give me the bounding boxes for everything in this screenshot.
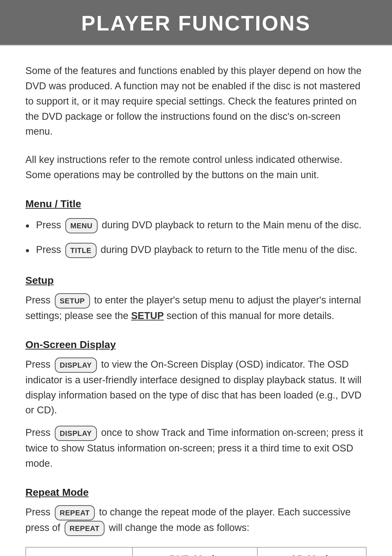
menu-bullet-2-text: Press TITLE during DVD playback to retur… <box>36 242 357 258</box>
menu-bullet-1-prefix: Press <box>36 220 61 230</box>
display-button-2: DISPLAY <box>55 426 97 441</box>
menu-bullet-2-suffix: during DVD playback to return to the Tit… <box>101 244 357 255</box>
menu-bullet-1: • Press MENU during DVD playback to retu… <box>25 216 367 235</box>
section-title-repeat: Repeat Mode <box>25 487 367 498</box>
table-col-empty <box>26 547 132 556</box>
setup-button: SETUP <box>55 293 90 308</box>
page-title: PLAYER FUNCTIONS <box>22 11 370 35</box>
table-header-row: DVD Mode CD Mode <box>26 547 366 556</box>
page-header: PLAYER FUNCTIONS <box>0 0 392 44</box>
menu-bullet-list: • Press MENU during DVD playback to retu… <box>25 216 367 259</box>
menu-bullet-1-text: Press MENU during DVD playback to return… <box>36 218 362 233</box>
menu-button: MENU <box>65 218 98 233</box>
repeat-paragraph: Press REPEAT to change the repeat mode o… <box>25 505 367 536</box>
repeat-button-2: REPEAT <box>65 521 105 536</box>
display-button-1: DISPLAY <box>55 357 97 373</box>
bullet-dot-2: • <box>25 242 29 260</box>
osd-body: Press DISPLAY to view the On-Screen Disp… <box>25 357 367 471</box>
menu-bullet-2: • Press TITLE during DVD playback to ret… <box>25 241 367 260</box>
repeat-button-1: REPEAT <box>55 505 95 520</box>
section-title-setup: Setup <box>25 275 367 286</box>
setup-paragraph: Press SETUP to enter the player's setup … <box>25 293 367 324</box>
osd-paragraph-1: Press DISPLAY to view the On-Screen Disp… <box>25 357 367 418</box>
main-content: Some of the features and functions enabl… <box>0 45 392 556</box>
menu-bullet-2-prefix: Press <box>36 244 61 255</box>
setup-body: Press SETUP to enter the player's setup … <box>25 293 367 324</box>
menu-bullet-1-suffix: during DVD playback to return to the Mai… <box>102 220 362 230</box>
table-col-cd: CD Mode <box>257 547 366 556</box>
setup-link: SETUP <box>131 310 164 321</box>
osd-paragraph-2: Press DISPLAY once to show Track and Tim… <box>25 425 367 471</box>
title-button: TITLE <box>65 243 97 258</box>
repeat-body: Press REPEAT to change the repeat mode o… <box>25 505 367 536</box>
intro-paragraph-2: All key instructions refer to the remote… <box>25 152 367 183</box>
section-title-menu: Menu / Title <box>25 198 367 210</box>
intro-paragraph-1: Some of the features and functions enabl… <box>25 64 367 139</box>
table-col-dvd: DVD Mode <box>132 547 257 556</box>
repeat-table: DVD Mode CD Mode REPEAT x1Repeat AllRepe… <box>25 547 367 556</box>
bullet-dot-1: • <box>25 217 29 235</box>
section-title-osd: On-Screen Display <box>25 339 367 351</box>
